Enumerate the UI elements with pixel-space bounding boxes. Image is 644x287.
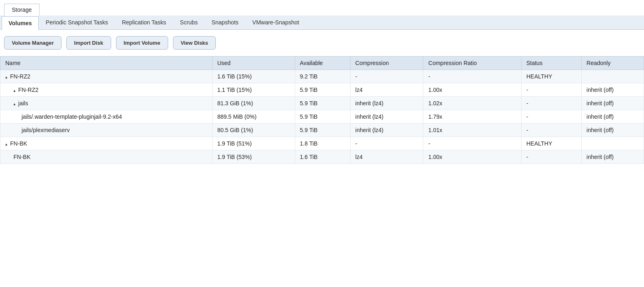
name-text: FN-RZ2 — [18, 87, 39, 93]
cell-compression: inherit (lz4) — [350, 110, 423, 124]
cell-used: 1.1 TiB (15%) — [212, 83, 295, 97]
tab-replication-tasks-label: Replication Tasks — [122, 19, 166, 26]
top-section: Storage — [0, 0, 644, 15]
col-header-available: Available — [295, 57, 350, 70]
tab-replication-tasks[interactable]: Replication Tasks — [115, 15, 173, 29]
cell-available: 1.6 TiB — [295, 150, 350, 164]
col-header-used: Used — [212, 57, 295, 70]
cell-status: - — [521, 83, 581, 97]
cell-compression-ratio: 1.79x — [423, 110, 521, 124]
tab-vmware-snapshot[interactable]: VMware-Snapshot — [245, 15, 306, 29]
volume-manager-button[interactable]: Volume Manager — [4, 36, 61, 50]
cell-readonly: inherit (off) — [581, 150, 644, 164]
cell-available: 5.9 TiB — [295, 124, 350, 137]
cell-compression-ratio: 1.02x — [423, 97, 521, 110]
cell-compression-ratio: 1.00x — [423, 150, 521, 164]
cell-compression: inherit (lz4) — [350, 97, 423, 110]
cell-status: HEALTHY — [521, 137, 581, 150]
cell-available: 9.2 TiB — [295, 70, 350, 83]
cell-readonly — [581, 70, 644, 83]
tabs-bar: Volumes Periodic Snapshot Tasks Replicat… — [0, 15, 644, 30]
expand-icon[interactable]: ▴ — [13, 88, 17, 93]
import-volume-button[interactable]: Import Volume — [116, 36, 168, 50]
view-disks-button[interactable]: View Disks — [173, 36, 216, 50]
import-disk-button[interactable]: Import Disk — [66, 36, 111, 50]
cell-status: HEALTHY — [521, 70, 581, 83]
name-text: jails — [18, 100, 28, 107]
tab-volumes-label: Volumes — [9, 20, 32, 26]
table-row[interactable]: ▴ FN-BK1.9 TiB (51%)1.8 TiB--HEALTHY — [0, 137, 644, 150]
import-disk-label: Import Disk — [74, 40, 103, 46]
cell-status: - — [521, 110, 581, 124]
cell-available: 5.9 TiB — [295, 97, 350, 110]
cell-name: FN-BK — [0, 150, 212, 164]
cell-readonly: inherit (off) — [581, 110, 644, 124]
col-header-status: Status — [521, 57, 581, 70]
cell-readonly — [581, 137, 644, 150]
tab-vmware-snapshot-label: VMware-Snapshot — [252, 19, 299, 26]
col-header-compression-ratio: Compression Ratio — [423, 57, 521, 70]
cell-name: ▴ jails — [0, 97, 212, 110]
table-row[interactable]: ▴ FN-RZ21.6 TiB (15%)9.2 TiB--HEALTHY — [0, 70, 644, 83]
cell-readonly: inherit (off) — [581, 83, 644, 97]
storage-tab[interactable]: Storage — [4, 4, 39, 16]
table-row[interactable]: jails/.warden-template-pluginjail-9.2-x6… — [0, 110, 644, 124]
cell-name: jails/plexmediaserv — [0, 124, 212, 137]
expand-icon[interactable]: ▴ — [5, 142, 9, 146]
cell-name: ▴ FN-RZ2 — [0, 83, 212, 97]
cell-name: ▴ FN-RZ2 — [0, 70, 212, 83]
tab-periodic-snapshot-tasks[interactable]: Periodic Snapshot Tasks — [39, 15, 115, 29]
cell-used: 1.9 TiB (53%) — [212, 150, 295, 164]
cell-status: - — [521, 150, 581, 164]
name-text: FN-RZ2 — [10, 73, 31, 80]
cell-compression: inherit (lz4) — [350, 124, 423, 137]
volume-manager-label: Volume Manager — [12, 40, 54, 46]
cell-status: - — [521, 124, 581, 137]
cell-compression: lz4 — [350, 83, 423, 97]
name-text: jails/plexmediaserv — [22, 127, 70, 133]
table-row[interactable]: FN-BK1.9 TiB (53%)1.6 TiBlz41.00x-inheri… — [0, 150, 644, 164]
name-text: jails/.warden-template-pluginjail-9.2-x6… — [22, 113, 122, 120]
cell-used: 889.5 MiB (0%) — [212, 110, 295, 124]
name-text: FN-BK — [10, 140, 27, 147]
cell-compression: lz4 — [350, 150, 423, 164]
table-row[interactable]: jails/plexmediaserv80.5 GiB (1%)5.9 TiBi… — [0, 124, 644, 137]
cell-used: 80.5 GiB (1%) — [212, 124, 295, 137]
cell-available: 5.9 TiB — [295, 110, 350, 124]
table-row[interactable]: ▴ FN-RZ21.1 TiB (15%)5.9 TiBlz41.00x-inh… — [0, 83, 644, 97]
cell-used: 81.3 GiB (1%) — [212, 97, 295, 110]
cell-status: - — [521, 97, 581, 110]
cell-available: 1.8 TiB — [295, 137, 350, 150]
cell-name: jails/.warden-template-pluginjail-9.2-x6… — [0, 110, 212, 124]
col-header-readonly: Readonly — [581, 57, 644, 70]
buttons-row: Volume Manager Import Disk Import Volume… — [0, 30, 644, 56]
cell-compression-ratio: - — [423, 137, 521, 150]
cell-compression-ratio: 1.00x — [423, 83, 521, 97]
storage-tab-label: Storage — [12, 7, 32, 13]
cell-compression-ratio: 1.01x — [423, 124, 521, 137]
table-header-row: Name Used Available Compression Compress… — [0, 57, 644, 70]
cell-used: 1.9 TiB (51%) — [212, 137, 295, 150]
tab-scrubs-label: Scrubs — [180, 19, 198, 26]
tab-volumes[interactable]: Volumes — [2, 16, 39, 30]
cell-used: 1.6 TiB (15%) — [212, 70, 295, 83]
import-volume-label: Import Volume — [124, 40, 160, 46]
tab-snapshots-label: Snapshots — [212, 19, 239, 26]
cell-compression-ratio: - — [423, 70, 521, 83]
tab-periodic-snapshot-tasks-label: Periodic Snapshot Tasks — [46, 19, 108, 26]
cell-readonly: inherit (off) — [581, 124, 644, 137]
volume-table: Name Used Available Compression Compress… — [0, 56, 644, 164]
cell-compression: - — [350, 137, 423, 150]
view-disks-label: View Disks — [181, 40, 208, 46]
cell-readonly: inherit (off) — [581, 97, 644, 110]
col-header-name: Name — [0, 57, 212, 70]
expand-icon[interactable]: ▴ — [5, 75, 9, 79]
table-row[interactable]: ▴ jails81.3 GiB (1%)5.9 TiBinherit (lz4)… — [0, 97, 644, 110]
tab-snapshots[interactable]: Snapshots — [205, 15, 245, 29]
col-header-compression: Compression — [350, 57, 423, 70]
cell-available: 5.9 TiB — [295, 83, 350, 97]
tab-scrubs[interactable]: Scrubs — [173, 15, 205, 29]
cell-compression: - — [350, 70, 423, 83]
expand-icon[interactable]: ▴ — [13, 102, 17, 106]
cell-name: ▴ FN-BK — [0, 137, 212, 150]
